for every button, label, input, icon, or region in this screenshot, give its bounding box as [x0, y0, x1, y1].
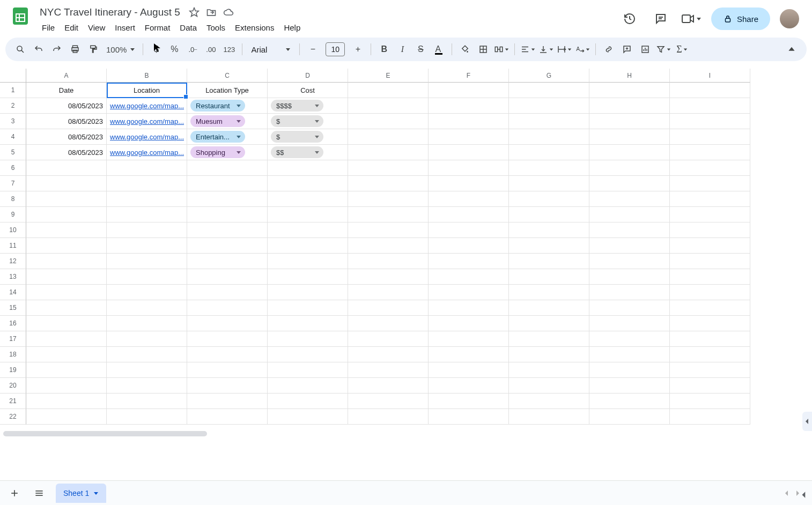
- row-header-16[interactable]: 16: [0, 316, 26, 331]
- cell-A21[interactable]: [26, 393, 107, 409]
- cell-C9[interactable]: [187, 207, 268, 222]
- cell-F7[interactable]: [429, 176, 509, 191]
- cell-I15[interactable]: [670, 300, 750, 316]
- add-sheet-icon[interactable]: [6, 485, 23, 501]
- col-header-A[interactable]: A: [26, 69, 107, 83]
- cell-F10[interactable]: [429, 222, 509, 238]
- row-header-9[interactable]: 9: [0, 207, 26, 222]
- cell-E4[interactable]: [348, 129, 429, 145]
- cell-F1[interactable]: [429, 83, 509, 98]
- cell-H21[interactable]: [589, 393, 670, 409]
- cell-F19[interactable]: [429, 362, 509, 378]
- cell-I12[interactable]: [670, 254, 750, 269]
- history-icon[interactable]: [619, 8, 640, 29]
- row-header-18[interactable]: 18: [0, 347, 26, 362]
- horizontal-align-icon[interactable]: [519, 41, 536, 58]
- cell-H17[interactable]: [589, 331, 670, 347]
- menu-data[interactable]: Data: [175, 21, 201, 34]
- cell-G10[interactable]: [509, 222, 589, 238]
- row-header-2[interactable]: 2: [0, 98, 26, 114]
- cell-D21[interactable]: [268, 393, 348, 409]
- cell-F21[interactable]: [429, 393, 509, 409]
- cell-C15[interactable]: [187, 300, 268, 316]
- col-header-F[interactable]: F: [429, 69, 509, 83]
- cell-B22[interactable]: [107, 409, 187, 425]
- cell-I2[interactable]: [670, 98, 750, 114]
- cell-E11[interactable]: [348, 238, 429, 254]
- row-header-12[interactable]: 12: [0, 254, 26, 269]
- cell-E10[interactable]: [348, 222, 429, 238]
- zoom-select[interactable]: 100%: [103, 45, 138, 54]
- cell-D19[interactable]: [268, 362, 348, 378]
- cloud-status-icon[interactable]: [223, 7, 234, 18]
- cell-C7[interactable]: [187, 176, 268, 191]
- select-all-corner[interactable]: [0, 69, 26, 83]
- cell-D5[interactable]: $$: [268, 145, 348, 160]
- cell-G22[interactable]: [509, 409, 589, 425]
- row-header-21[interactable]: 21: [0, 393, 26, 409]
- row-header-6[interactable]: 6: [0, 160, 26, 176]
- undo-icon[interactable]: [30, 41, 47, 58]
- cell-C3[interactable]: Muesum: [187, 114, 268, 129]
- col-header-H[interactable]: H: [589, 69, 670, 83]
- cell-B11[interactable]: [107, 238, 187, 254]
- menu-help[interactable]: Help: [279, 21, 305, 34]
- cell-E17[interactable]: [348, 331, 429, 347]
- cell-C18[interactable]: [187, 347, 268, 362]
- cell-E14[interactable]: [348, 285, 429, 300]
- cell-I22[interactable]: [670, 409, 750, 425]
- cell-B6[interactable]: [107, 160, 187, 176]
- cell-C5[interactable]: Shopping: [187, 145, 268, 160]
- col-header-D[interactable]: D: [268, 69, 348, 83]
- cell-C2[interactable]: Restaurant: [187, 98, 268, 114]
- cell-B2[interactable]: www.google.com/map...: [107, 98, 187, 114]
- cell-B20[interactable]: [107, 378, 187, 393]
- cell-G19[interactable]: [509, 362, 589, 378]
- strikethrough-icon[interactable]: S: [412, 41, 429, 58]
- cell-H13[interactable]: [589, 269, 670, 285]
- horizontal-scrollbar[interactable]: [3, 431, 742, 437]
- account-avatar[interactable]: [780, 9, 799, 28]
- row-header-7[interactable]: 7: [0, 176, 26, 191]
- row-header-13[interactable]: 13: [0, 269, 26, 285]
- cell-A9[interactable]: [26, 207, 107, 222]
- row-header-14[interactable]: 14: [0, 285, 26, 300]
- col-header-E[interactable]: E: [348, 69, 429, 83]
- cell-A18[interactable]: [26, 347, 107, 362]
- cell-D7[interactable]: [268, 176, 348, 191]
- cell-F9[interactable]: [429, 207, 509, 222]
- cell-A22[interactable]: [26, 409, 107, 425]
- cell-A5[interactable]: 08/05/2023: [26, 145, 107, 160]
- cell-E20[interactable]: [348, 378, 429, 393]
- cell-G12[interactable]: [509, 254, 589, 269]
- cell-B7[interactable]: [107, 176, 187, 191]
- insert-comment-icon[interactable]: [618, 41, 636, 58]
- cell-F14[interactable]: [429, 285, 509, 300]
- move-folder-icon[interactable]: [206, 7, 217, 18]
- cell-G9[interactable]: [509, 207, 589, 222]
- cell-E8[interactable]: [348, 191, 429, 207]
- cell-C11[interactable]: [187, 238, 268, 254]
- cell-B3[interactable]: www.google.com/map...: [107, 114, 187, 129]
- row-header-15[interactable]: 15: [0, 300, 26, 316]
- cell-G16[interactable]: [509, 316, 589, 331]
- cell-D18[interactable]: [268, 347, 348, 362]
- cell-F11[interactable]: [429, 238, 509, 254]
- cell-C14[interactable]: [187, 285, 268, 300]
- cell-F20[interactable]: [429, 378, 509, 393]
- cell-F22[interactable]: [429, 409, 509, 425]
- cell-G5[interactable]: [509, 145, 589, 160]
- location-type-chip[interactable]: Entertain...: [190, 131, 245, 143]
- vertical-align-icon[interactable]: [537, 41, 555, 58]
- cell-A19[interactable]: [26, 362, 107, 378]
- cell-C13[interactable]: [187, 269, 268, 285]
- cell-F6[interactable]: [429, 160, 509, 176]
- cell-H7[interactable]: [589, 176, 670, 191]
- cell-I3[interactable]: [670, 114, 750, 129]
- side-panel-collapse-icon[interactable]: [801, 491, 807, 499]
- insert-link-icon[interactable]: [600, 41, 617, 58]
- redo-icon[interactable]: [48, 41, 65, 58]
- cell-I13[interactable]: [670, 269, 750, 285]
- insert-chart-icon[interactable]: [637, 41, 654, 58]
- location-type-chip[interactable]: Muesum: [190, 115, 245, 127]
